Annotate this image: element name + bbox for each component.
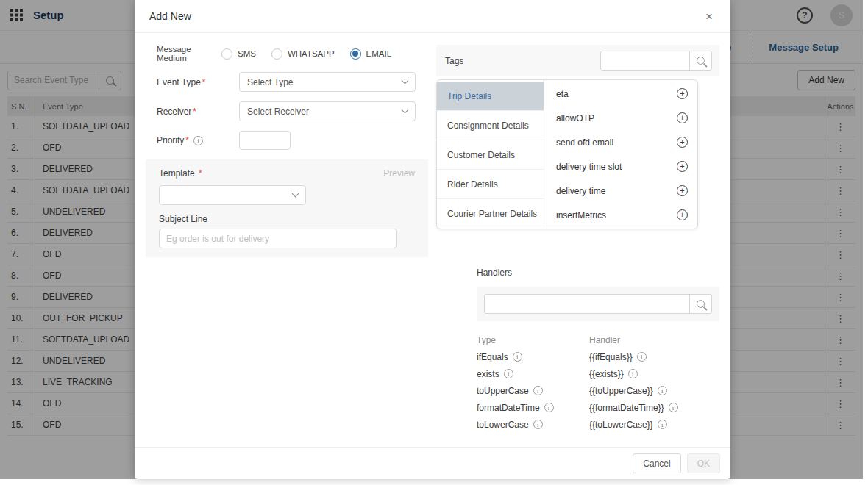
handler-value-cell: {{ifEquals}} (589, 352, 719, 362)
tags-card: Trip Details Consignment Details Custome… (436, 79, 698, 229)
event-type-label: Event Type* (157, 77, 239, 87)
info-icon[interactable] (669, 403, 678, 412)
handler-value: {{formatDateTime}} (589, 403, 664, 413)
add-tag-icon[interactable] (677, 209, 688, 220)
radio-icon (350, 48, 361, 60)
priority-row: Priority* (146, 131, 428, 150)
receiver-select[interactable]: Select Receiver (239, 101, 416, 121)
chevron-down-icon (402, 77, 409, 85)
required-marker: * (199, 168, 202, 179)
handler-value: {{ifEquals}} (589, 352, 633, 362)
add-new-modal: Add New × Message Medium SMS (135, 0, 730, 479)
handlers-search (484, 294, 712, 314)
handler-row: ifEquals {{ifEquals}} (477, 348, 719, 365)
handler-type: formatDateTime (477, 403, 540, 413)
tag-list: eta allowOTP send ofd email (544, 80, 697, 229)
handler-type-cell: toLowerCase (477, 420, 589, 430)
add-tag-icon[interactable] (677, 88, 688, 99)
template-panel-header: Template * Preview (159, 168, 415, 179)
tags-column: Tags Trip Details (436, 45, 719, 447)
tag-item: allowOTP (544, 106, 697, 130)
template-label: Template * (159, 168, 202, 179)
label-text: Receiver (157, 107, 191, 117)
form-column: Message Medium SMS WHATSAPP (146, 45, 428, 447)
handler-row: toLowerCase {{toLowerCase}} (477, 416, 719, 433)
handler-type: ifEquals (477, 352, 508, 362)
tags-search-input[interactable] (601, 51, 689, 70)
radio-option[interactable]: SMS (221, 48, 256, 60)
handlers-table: Type Handler ifEquals (477, 331, 719, 433)
select-value: Select Receiver (247, 107, 309, 117)
tag-category-item[interactable]: Courier Partner Details (437, 199, 544, 229)
radio-label: SMS (238, 49, 256, 58)
chevron-down-icon (292, 190, 299, 198)
search-icon (697, 300, 705, 308)
tags-search (600, 51, 712, 71)
radio-icon (271, 48, 282, 60)
info-icon[interactable] (513, 352, 522, 362)
category-label: Courier Partner Details (447, 209, 537, 219)
handler-type-cell: exists (477, 369, 589, 379)
info-icon[interactable] (504, 369, 513, 378)
handlers-search-panel (477, 287, 719, 321)
add-tag-icon[interactable] (677, 161, 688, 172)
add-tag-icon[interactable] (677, 185, 688, 196)
add-tag-icon[interactable] (677, 137, 688, 148)
add-tag-icon[interactable] (677, 112, 688, 123)
modal-header: Add New × (135, 0, 730, 33)
handlers-label: Handlers (477, 267, 719, 278)
handler-row: exists {{exists}} (477, 365, 719, 382)
handler-value-cell: {{toUpperCase}} (589, 386, 719, 396)
tag-label: delivery time slot (556, 162, 622, 172)
handlers-section: Handlers Type Handler (477, 267, 719, 433)
handler-type-cell: formatDateTime (477, 403, 589, 413)
close-icon[interactable]: × (705, 10, 713, 23)
info-icon[interactable] (658, 420, 667, 429)
radio-option[interactable]: EMAIL (350, 48, 392, 60)
preview-link[interactable]: Preview (383, 168, 415, 179)
tag-category-item[interactable]: Rider Details (437, 170, 544, 199)
cancel-button[interactable]: Cancel (633, 453, 680, 473)
category-label: Customer Details (447, 150, 515, 160)
event-type-select[interactable]: Select Type (239, 72, 416, 92)
info-icon[interactable] (533, 420, 543, 429)
tag-category-list: Trip Details Consignment Details Custome… (437, 80, 544, 229)
info-icon[interactable] (544, 403, 554, 412)
tag-category-item[interactable]: Consignment Details (437, 111, 544, 140)
radio-option[interactable]: WHATSAPP (271, 48, 335, 60)
tags-search-button[interactable] (689, 51, 711, 70)
template-select[interactable] (159, 185, 306, 205)
tag-category-item[interactable]: Trip Details (437, 82, 544, 111)
tag-item: send ofd email (544, 130, 697, 154)
tag-label: eta (556, 89, 569, 99)
event-type-row: Event Type* Select Type (146, 72, 428, 92)
template-panel: Template * Preview Subject Line (146, 159, 428, 257)
receiver-label: Receiver* (157, 107, 239, 117)
tags-header: Tags (436, 45, 719, 76)
info-icon[interactable] (658, 386, 667, 395)
message-medium-radio-group: SMS WHATSAPP EMAIL (221, 48, 391, 60)
required-marker: * (185, 135, 189, 146)
ok-button[interactable]: OK (687, 453, 720, 473)
label-text: Priority (157, 135, 184, 146)
tag-label: send ofd email (556, 137, 613, 148)
info-icon[interactable] (193, 136, 203, 146)
priority-input[interactable] (239, 131, 291, 150)
subject-line-input[interactable] (159, 229, 397, 248)
tags-label: Tags (445, 56, 463, 66)
info-icon[interactable] (637, 352, 647, 362)
handlers-search-input[interactable] (485, 295, 689, 313)
label-text: Template (159, 168, 195, 179)
handler-row: formatDateTime {{formatDateTime}} (477, 399, 719, 416)
handlers-search-button[interactable] (689, 295, 711, 313)
category-label: Trip Details (447, 91, 491, 101)
info-icon[interactable] (533, 386, 543, 395)
tag-item: delivery time (544, 179, 697, 203)
category-label: Rider Details (447, 179, 498, 190)
receiver-row: Receiver* Select Receiver (146, 101, 428, 121)
tag-item: eta (544, 82, 697, 106)
tag-category-item[interactable]: Customer Details (437, 140, 544, 170)
handler-value-cell: {{exists}} (589, 369, 719, 379)
handler-type: toUpperCase (477, 386, 529, 396)
info-icon[interactable] (628, 369, 638, 378)
